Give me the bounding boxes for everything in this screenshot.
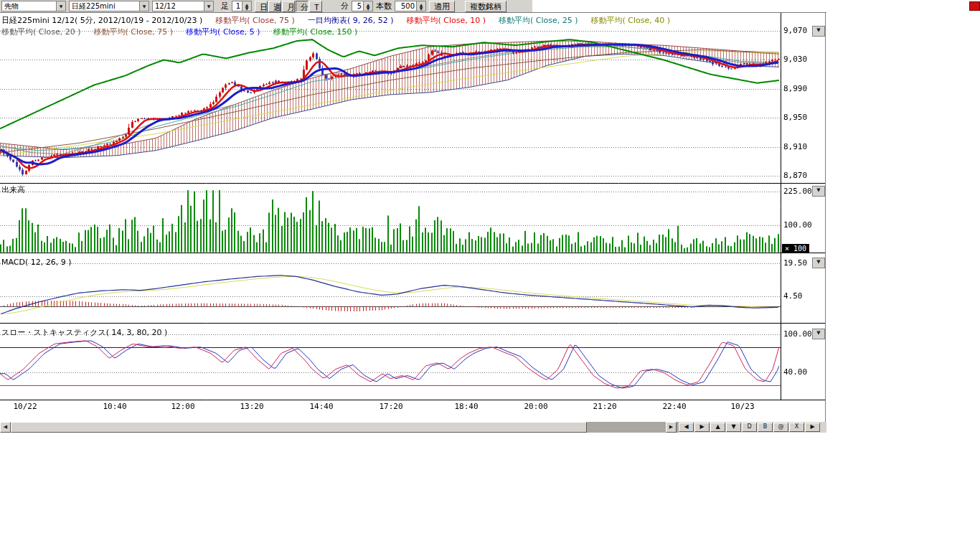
legend-item: 移動平均( Close, 150 ) (273, 27, 358, 37)
bar-multiplier-input[interactable]: 1 ▲▼ (232, 1, 252, 11)
scroll-right-button[interactable]: ▶ (666, 422, 677, 433)
multi-symbol-button[interactable]: 複数銘柄 (465, 1, 507, 12)
legend-item: 移動平均( Close, 20 ) (1, 27, 81, 37)
legend-item: 一目均衡表( 9, 26, 52 ) (308, 15, 394, 26)
time-tick-label: 22:40 (659, 402, 690, 411)
minute-value: 5 (352, 2, 363, 11)
axis-label: 100.00 (783, 220, 822, 230)
toolbar: 先物 ▼ 日経225mini ▼ 12/12 ▼ 足 1 ▲▼ 日週月分T 分 … (0, 0, 826, 13)
time-tick-label: 10:40 (99, 402, 131, 411)
chart-tool-button-6[interactable]: @ (773, 423, 788, 432)
time-tick-label: 10/22 (9, 402, 41, 411)
panel-scale-dropdown-0[interactable]: ▼ (812, 26, 825, 37)
time-tick-label: 17:20 (375, 402, 407, 411)
time-tick-label: 20:00 (520, 402, 552, 411)
period-button-2[interactable]: 月 (282, 1, 295, 12)
legend-item: 移動平均( Close, 5 ) (186, 27, 260, 37)
minute-value-input[interactable]: 5 ▲▼ (352, 1, 373, 11)
spinner-arrows-icon[interactable]: ▲▼ (242, 1, 251, 11)
apply-button[interactable]: 適用 (429, 1, 455, 12)
legend-item: 移動平均( Close, 25 ) (499, 15, 578, 26)
legend-item: 移動平均( Close, 40 ) (591, 15, 671, 26)
chart-canvas[interactable] (0, 13, 826, 422)
chart-tool-button-7[interactable]: X (789, 423, 804, 432)
axis-label: 9,030 (783, 55, 822, 64)
symbol-select[interactable]: 日経225mini ▼ (69, 1, 149, 11)
legend-item: 移動平均( Close, 75 ) (94, 27, 174, 37)
scroll-left-button[interactable]: ◀ (0, 422, 11, 433)
legend-item: 日経225mini 12/12( 5分, 2012/10/19 - 2012/1… (1, 15, 202, 26)
volume-multiplier-badge: × 100 (782, 244, 809, 253)
axis-label: 4.50 (783, 291, 822, 301)
time-tick-label: 14:40 (306, 402, 337, 411)
chart-scrollbar[interactable]: ◀ ▶ ◀▶▲▼DB@X▶ (0, 422, 826, 433)
legend-row-2: 移動平均( Close, 20 )移動平均( Close, 75 )移動平均( … (1, 27, 357, 37)
bar-count-value: 500 (395, 2, 416, 11)
period-button-3[interactable]: 分 (296, 1, 308, 12)
minute-label: 分 (341, 1, 349, 11)
period-button-group: 日週月分T (255, 1, 322, 12)
time-tick-label: 21:20 (589, 402, 621, 411)
chevron-down-icon[interactable]: ▼ (56, 1, 65, 11)
axis-label: 8,910 (783, 142, 822, 151)
spinner-arrows-icon[interactable]: ▲▼ (363, 1, 372, 11)
scrollbar-thumb[interactable] (11, 422, 587, 433)
bar-count-input[interactable]: 500 ▲▼ (395, 1, 426, 11)
panel-scale-dropdown-2[interactable]: ▼ (812, 258, 825, 268)
bar-type-label: 足 (221, 1, 229, 11)
panel-scale-dropdown-1[interactable]: ▼ (812, 186, 825, 197)
bar-count-label: 本数 (376, 1, 392, 11)
time-tick-label: 18:40 (451, 402, 482, 411)
chevron-down-icon[interactable]: ▼ (204, 1, 213, 11)
chart-tool-button-1[interactable]: ▶ (694, 423, 710, 432)
instrument-type-select[interactable]: 先物 ▼ (1, 1, 66, 11)
axis-label: 40.00 (783, 367, 822, 377)
legend-item: 移動平均( Close, 10 ) (406, 15, 486, 26)
status-indicator-icon[interactable] (969, 1, 980, 11)
chart-tool-button-8[interactable]: ▶ (805, 423, 820, 432)
chart-tool-buttons: ◀▶▲▼DB@X▶ (679, 422, 826, 433)
chart-tool-button-3[interactable]: ▼ (726, 423, 741, 432)
panel-scale-dropdown-3[interactable]: ▼ (812, 329, 825, 339)
time-tick-label: 13:20 (236, 402, 268, 411)
macd-panel-title: MACD( 12, 26, 9 ) (1, 258, 72, 267)
trading-app-window: 先物 ▼ 日経225mini ▼ 12/12 ▼ 足 1 ▲▼ 日週月分T 分 … (0, 0, 980, 551)
chart-tool-button-0[interactable]: ◀ (679, 423, 694, 432)
stochastics-panel-title: スロー・ストキャスティクス( 14, 3, 80, 20 ) (1, 327, 167, 338)
chevron-down-icon[interactable]: ▼ (139, 1, 149, 11)
axis-label: 8,870 (783, 171, 822, 180)
volume-panel-title: 出来高 (1, 184, 25, 195)
chart-tool-button-4[interactable]: D (742, 423, 757, 432)
legend-item: 移動平均( Close, 75 ) (215, 15, 295, 26)
legend-row-1: 日経225mini 12/12( 5分, 2012/10/19 - 2012/1… (1, 15, 670, 26)
chart-tool-button-5[interactable]: B (758, 423, 773, 432)
bar-multiplier-value: 1 (232, 2, 242, 11)
axis-label: 8,950 (783, 113, 822, 122)
spinner-arrows-icon[interactable]: ▲▼ (416, 1, 425, 11)
time-tick-label: 12:00 (167, 402, 199, 411)
period-button-4[interactable]: T (309, 1, 322, 12)
chart-tool-button-2[interactable]: ▲ (710, 423, 725, 432)
symbol-value: 日経225mini (70, 2, 139, 11)
period-button-0[interactable]: 日 (255, 1, 268, 12)
contract-month-value: 12/12 (153, 2, 204, 11)
contract-month-select[interactable]: 12/12 ▼ (152, 1, 214, 11)
toolbar-controls: 先物 ▼ 日経225mini ▼ 12/12 ▼ 足 1 ▲▼ 日週月分T 分 … (0, 0, 532, 12)
time-tick-label: 10/23 (727, 402, 758, 411)
axis-label: 8,990 (783, 84, 822, 93)
instrument-type-value: 先物 (2, 2, 56, 11)
period-button-1[interactable]: 週 (268, 1, 281, 12)
